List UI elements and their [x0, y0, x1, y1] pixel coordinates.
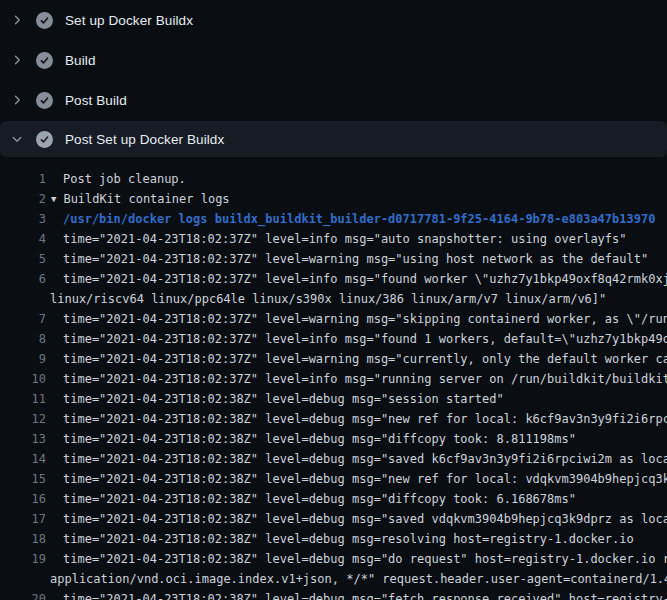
log-line-number[interactable]: 16 [0, 489, 46, 509]
chevron-right-icon[interactable] [10, 53, 24, 67]
log-line-number[interactable]: 18 [0, 529, 46, 549]
log-line: linux/riscv64 linux/ppc64le linux/s390x … [0, 289, 667, 309]
log-line-number [0, 569, 46, 589]
step-row-build[interactable]: Build [0, 40, 667, 80]
log-line-number[interactable]: 8 [0, 329, 46, 349]
log-line: 8time="2021-04-23T18:02:37Z" level=info … [0, 329, 667, 349]
log-line: application/vnd.oci.image.index.v1+json,… [0, 569, 667, 589]
log-command-text: /usr/bin/docker logs buildx_buildkit_bui… [46, 209, 667, 229]
log-line-number[interactable]: 6 [0, 269, 46, 289]
log-line: 6time="2021-04-23T18:02:37Z" level=info … [0, 269, 667, 289]
log-line: 16time="2021-04-23T18:02:38Z" level=debu… [0, 489, 667, 509]
log-line: 14time="2021-04-23T18:02:38Z" level=debu… [0, 449, 667, 469]
log-text: time="2021-04-23T18:02:38Z" level=debug … [46, 449, 667, 469]
log-text: time="2021-04-23T18:02:38Z" level=debug … [46, 549, 667, 569]
chevron-down-icon[interactable] [10, 132, 24, 146]
log-line: 12time="2021-04-23T18:02:38Z" level=debu… [0, 409, 667, 429]
success-check-icon [36, 52, 53, 69]
log-line-number [0, 289, 46, 309]
log-lines: 1Post job cleanup.2▼BuildKit container l… [0, 157, 667, 600]
step-label: Set up Docker Buildx [65, 13, 193, 28]
log-line-number[interactable]: 4 [0, 229, 46, 249]
log-line-number[interactable]: 14 [0, 449, 46, 469]
log-line: 10time="2021-04-23T18:02:37Z" level=info… [0, 369, 667, 389]
chevron-right-icon[interactable] [10, 93, 24, 107]
log-line: 7time="2021-04-23T18:02:37Z" level=warni… [0, 309, 667, 329]
log-line-number[interactable]: 2 [0, 189, 46, 209]
log-text: time="2021-04-23T18:02:38Z" level=debug … [46, 469, 667, 489]
step-row-post-set-up-docker-buildx[interactable]: Post Set up Docker Buildx [0, 121, 667, 157]
log-text: time="2021-04-23T18:02:37Z" level=info m… [46, 269, 667, 289]
log-line-number[interactable]: 10 [0, 369, 46, 389]
step-row-set-up-docker-buildx[interactable]: Set up Docker Buildx [0, 0, 667, 40]
success-check-icon [36, 12, 53, 29]
log-text: time="2021-04-23T18:02:38Z" level=debug … [46, 409, 667, 429]
log-text: ▼BuildKit container logs [46, 189, 667, 209]
log-line-number[interactable]: 1 [0, 169, 46, 189]
log-line-number[interactable]: 12 [0, 409, 46, 429]
log-line-number[interactable]: 5 [0, 249, 46, 269]
log-line-number[interactable]: 13 [0, 429, 46, 449]
log-line: 13time="2021-04-23T18:02:38Z" level=debu… [0, 429, 667, 449]
step-label: Build [65, 53, 96, 68]
log-text: time="2021-04-23T18:02:38Z" level=debug … [46, 529, 667, 549]
log-line-number[interactable]: 15 [0, 469, 46, 489]
log-line: 9time="2021-04-23T18:02:37Z" level=warni… [0, 349, 667, 369]
log-line-number[interactable]: 19 [0, 549, 46, 569]
log-text: linux/riscv64 linux/ppc64le linux/s390x … [46, 289, 667, 309]
log-line: 11time="2021-04-23T18:02:38Z" level=debu… [0, 389, 667, 409]
log-line-number[interactable]: 11 [0, 389, 46, 409]
log-text: time="2021-04-23T18:02:38Z" level=debug … [46, 589, 667, 600]
workflow-steps-list: Set up Docker Buildx Build Post Build Po… [0, 0, 667, 157]
step-label: Post Build [65, 93, 127, 108]
log-text: time="2021-04-23T18:02:38Z" level=debug … [46, 429, 667, 449]
log-line: 3/usr/bin/docker logs buildx_buildkit_bu… [0, 209, 667, 229]
log-line: 19time="2021-04-23T18:02:38Z" level=debu… [0, 549, 667, 569]
step-label: Post Set up Docker Buildx [65, 132, 224, 147]
step-row-post-build[interactable]: Post Build [0, 80, 667, 120]
log-text: time="2021-04-23T18:02:38Z" level=debug … [46, 509, 667, 529]
log-text: time="2021-04-23T18:02:37Z" level=warnin… [46, 249, 667, 269]
log-line: 17time="2021-04-23T18:02:38Z" level=debu… [0, 509, 667, 529]
log-text: time="2021-04-23T18:02:38Z" level=debug … [46, 489, 667, 509]
log-line-number[interactable]: 17 [0, 509, 46, 529]
log-line: 15time="2021-04-23T18:02:38Z" level=debu… [0, 469, 667, 489]
chevron-right-icon[interactable] [10, 13, 24, 27]
log-line-number[interactable]: 20 [0, 589, 46, 600]
log-line: 1Post job cleanup. [0, 169, 667, 189]
log-group-title: BuildKit container logs [63, 192, 229, 206]
log-text: time="2021-04-23T18:02:37Z" level=info m… [46, 369, 667, 389]
success-check-icon [36, 131, 53, 148]
log-text: time="2021-04-23T18:02:37Z" level=info m… [46, 229, 667, 249]
log-line-number[interactable]: 3 [0, 209, 46, 229]
log-line: 4time="2021-04-23T18:02:37Z" level=info … [0, 229, 667, 249]
log-group-collapse-icon[interactable]: ▼ [51, 194, 56, 204]
log-text: Post job cleanup. [46, 169, 667, 189]
log-line: 18time="2021-04-23T18:02:38Z" level=debu… [0, 529, 667, 549]
log-text: application/vnd.oci.image.index.v1+json,… [46, 569, 667, 589]
log-text: time="2021-04-23T18:02:37Z" level=warnin… [46, 349, 667, 369]
log-text: time="2021-04-23T18:02:37Z" level=info m… [46, 329, 667, 349]
log-text: time="2021-04-23T18:02:37Z" level=warnin… [46, 309, 667, 329]
success-check-icon [36, 92, 53, 109]
log-line-number[interactable]: 9 [0, 349, 46, 369]
log-line: 5time="2021-04-23T18:02:37Z" level=warni… [0, 249, 667, 269]
log-line-number[interactable]: 7 [0, 309, 46, 329]
log-line: 2▼BuildKit container logs [0, 189, 667, 209]
log-text: time="2021-04-23T18:02:38Z" level=debug … [46, 389, 667, 409]
log-line: 20time="2021-04-23T18:02:38Z" level=debu… [0, 589, 667, 600]
